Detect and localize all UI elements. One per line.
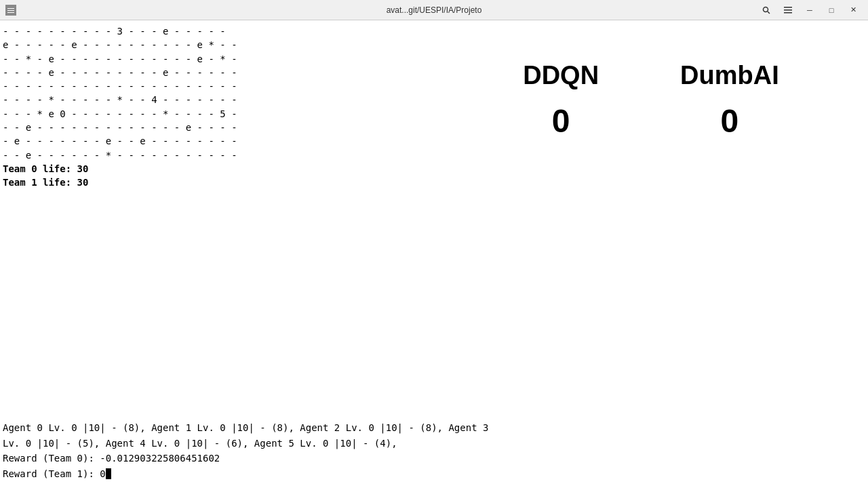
minimize-button[interactable]: ─ bbox=[800, 3, 819, 18]
maximize-button[interactable]: □ bbox=[822, 3, 841, 18]
agents-line-2: Lv. 0 |10| - (5), Agent 4 Lv. 0 |10| - (… bbox=[3, 436, 865, 451]
close-button[interactable]: ✕ bbox=[844, 3, 863, 18]
ddqn-column: DDQN 0 bbox=[523, 61, 599, 140]
agents-line-1: Agent 0 Lv. 0 |10| - (8), Agent 1 Lv. 0 … bbox=[3, 420, 865, 435]
grid-line-3: - - * - e - - - - - - - - - - - - e - * … bbox=[3, 52, 431, 66]
app-icon bbox=[5, 5, 16, 16]
dumbai-label: DumbAI bbox=[680, 61, 779, 90]
reward-team0: Reward (Team 0): -0.012903225806451602 bbox=[3, 451, 865, 466]
window-controls: ─ □ ✕ bbox=[757, 3, 863, 18]
ddqn-label: DDQN bbox=[523, 61, 599, 90]
svg-rect-7 bbox=[784, 9, 792, 11]
svg-point-4 bbox=[764, 7, 768, 12]
menu-button[interactable] bbox=[778, 3, 797, 18]
search-button[interactable] bbox=[757, 3, 776, 18]
grid-line-4: - - - - e - - - - - - - - - e - - - - - … bbox=[3, 66, 431, 79]
grid-line-5: - - - - - - - - - - - - - - - - - - - - … bbox=[3, 79, 431, 93]
grid-line-6: - - - - * - - - - - * - - 4 - - - - - - … bbox=[3, 93, 431, 106]
svg-line-5 bbox=[768, 12, 770, 14]
dumbai-column: DumbAI 0 bbox=[680, 61, 779, 140]
grid-line-7: - - - * e 0 - - - - - - - - * - - - - 5 … bbox=[3, 107, 431, 121]
grid-line-2: e - - - - - e - - - - - - - - - - e * - … bbox=[3, 38, 431, 52]
grid-line-8: - - e - - - - - - - - - - - - - e - - - … bbox=[3, 121, 431, 134]
title-bar-left bbox=[5, 5, 16, 16]
grid-line-10: - - e - - - - - - * - - - - - - - - - - … bbox=[3, 148, 431, 162]
window-title: avat...git/UESPI/IA/Projeto bbox=[387, 5, 482, 15]
svg-rect-6 bbox=[784, 7, 792, 8]
svg-rect-3 bbox=[7, 12, 14, 13]
svg-rect-1 bbox=[7, 8, 14, 9]
dumbai-value: 0 bbox=[721, 102, 739, 140]
grid-line-9: - e - - - - - - - e - - e - - - - - - - … bbox=[3, 134, 431, 148]
svg-rect-2 bbox=[7, 10, 14, 11]
team0-life: Team 0 life: 30 bbox=[3, 162, 431, 176]
bottom-info: Agent 0 Lv. 0 |10| - (8), Agent 1 Lv. 0 … bbox=[0, 413, 868, 488]
team1-life: Team 1 life: 30 bbox=[3, 176, 431, 189]
grid-line-1: - - - - - - - - - - 3 - - - e - - - - - bbox=[3, 24, 431, 38]
reward-team1: Reward (Team 1): 0 bbox=[3, 466, 865, 481]
svg-rect-8 bbox=[784, 12, 792, 14]
score-columns: DDQN 0 DumbAI 0 bbox=[523, 61, 779, 140]
title-bar: avat...git/UESPI/IA/Projeto ─ □ ✕ bbox=[0, 0, 868, 20]
ddqn-value: 0 bbox=[552, 102, 570, 140]
cursor-blink bbox=[106, 468, 111, 479]
